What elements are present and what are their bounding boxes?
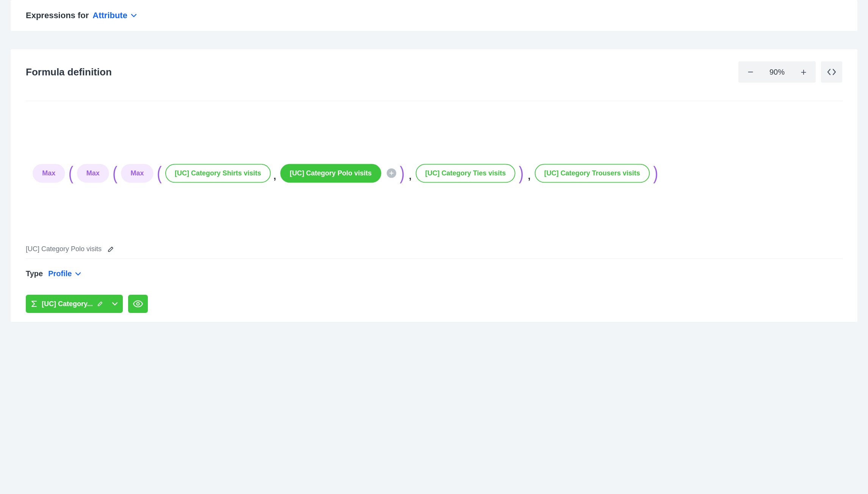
- formula-definition-card: Formula definition − 90% + Max ( Max ( M…: [11, 49, 857, 322]
- token-trousers[interactable]: [UC] Category Trousers visits: [534, 164, 649, 183]
- svg-point-0: [136, 303, 139, 305]
- type-value: Profile: [48, 269, 72, 278]
- chevron-down-icon: [75, 272, 81, 276]
- func-max-1[interactable]: Max: [33, 164, 65, 183]
- expressions-header-card: Expressions for Attribute: [11, 0, 857, 31]
- type-dropdown[interactable]: Profile: [48, 269, 81, 278]
- attribute-dropdown[interactable]: Attribute: [92, 11, 136, 20]
- paren-close-2: ): [519, 164, 524, 183]
- paren-close-1: ): [653, 164, 658, 183]
- token-polo[interactable]: [UC] Category Polo visits: [280, 164, 381, 183]
- edit-name-button[interactable]: [108, 246, 114, 252]
- formula-canvas[interactable]: Max ( Max ( Max ( [UC] Category Shirts v…: [26, 108, 761, 238]
- selected-token-name: [UC] Category Polo visits: [26, 245, 102, 253]
- zoom-control: − 90% +: [738, 61, 816, 83]
- paren-open-3: (: [157, 164, 162, 183]
- chevron-down-icon: [131, 14, 136, 17]
- zoom-in-button[interactable]: +: [795, 64, 812, 80]
- zoom-out-button[interactable]: −: [742, 64, 759, 80]
- expressions-for-label: Expressions for: [26, 11, 89, 20]
- paren-close-3: ): [400, 164, 405, 183]
- comma-1: ,: [273, 165, 278, 182]
- preview-button[interactable]: [128, 295, 148, 313]
- chevron-down-icon: [112, 302, 118, 306]
- code-view-button[interactable]: [821, 61, 842, 83]
- func-max-2[interactable]: Max: [77, 164, 109, 183]
- attribute-dropdown-label: Attribute: [92, 11, 127, 20]
- token-shirts[interactable]: [UC] Category Shirts visits: [165, 164, 271, 183]
- section-title: Formula definition: [26, 66, 112, 78]
- token-ties[interactable]: [UC] Category Ties visits: [416, 164, 515, 183]
- zoom-value: 90%: [766, 68, 788, 77]
- add-token-button[interactable]: [387, 168, 396, 178]
- aggregation-chip-label: [UC] Category...: [42, 300, 93, 308]
- divider: [26, 101, 842, 101]
- paren-open-1: (: [68, 164, 74, 183]
- paren-open-2: (: [112, 164, 118, 183]
- pencil-icon: [97, 301, 103, 306]
- sigma-icon: [31, 300, 37, 307]
- comma-3: ,: [527, 165, 533, 182]
- aggregation-chip[interactable]: [UC] Category...: [26, 295, 123, 313]
- comma-2: ,: [408, 165, 414, 182]
- type-label: Type: [26, 269, 43, 278]
- func-max-3[interactable]: Max: [121, 164, 153, 183]
